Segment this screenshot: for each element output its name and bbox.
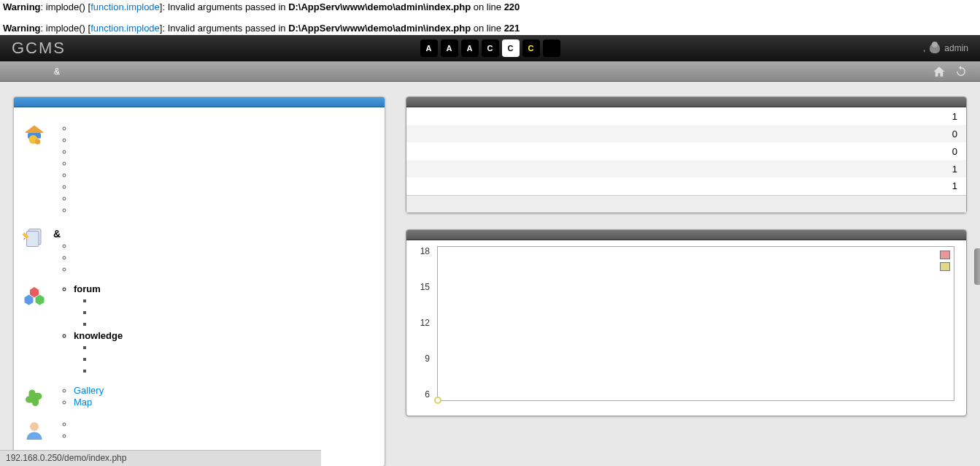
widgets-menu: Gallery Map [74,384,104,408]
sidebar-item-forum[interactable]: forum [74,283,123,294]
chart-legend [940,251,950,274]
home-section-icon [21,122,47,148]
func-link[interactable]: function.implode [90,1,160,12]
toolbar-extra[interactable] [543,39,560,57]
chart-area: 18 15 12 9 6 [406,240,966,416]
scrollbar-thumb[interactable] [974,248,980,285]
user-label[interactable]: admin [944,43,968,53]
table-row: 1 [406,160,966,177]
pages-label: & [53,228,74,240]
chart-panel: 18 15 12 9 6 [406,229,967,416]
table-row: 1 [406,107,966,125]
status-bar: 192.168.0.250/demo/index.php [0,450,321,466]
refresh-icon[interactable] [954,65,968,78]
sidebar-panel: & forum [13,96,385,466]
stat-value: 1 [922,177,966,195]
list-item[interactable] [94,295,123,306]
user-icon [930,43,940,53]
stat-label [406,160,922,177]
stat-label [406,107,922,125]
sidebar-item-knowledge[interactable]: knowledge [74,330,123,341]
breadcrumb: & [54,66,60,77]
modules-section-icon [21,283,47,309]
topbar: GCMS A A A C C C , admin [0,35,980,61]
widgets-section-icon [21,384,47,410]
breadcrumb-bar: & [0,61,980,82]
func-link[interactable]: function.implode [90,23,160,34]
modules-menu: forum knowledge [74,283,123,377]
table-row: 1 [406,177,966,195]
y-tick: 9 [415,354,430,364]
legend-swatch-1 [940,251,950,259]
user-sep: , [923,43,925,53]
app-logo[interactable]: GCMS [12,39,66,58]
list-item[interactable] [94,354,123,364]
list-item[interactable] [94,307,123,318]
svg-rect-4 [27,232,39,247]
plot-area [437,246,954,401]
font-size-a2[interactable]: A [441,39,458,57]
pages-section-icon [21,224,47,250]
stat-label [406,177,922,195]
list-item[interactable] [94,342,123,353]
chart-panel-header [406,230,966,240]
font-size-a1[interactable]: A [420,39,438,57]
php-warning-2: Warning: implode() [function.implode]: I… [0,21,980,35]
stat-label [406,142,922,160]
sidebar-panel-header [14,97,385,107]
user-area: , admin [923,43,968,53]
stats-panel-header [406,97,966,107]
list-item[interactable] [94,365,123,376]
stats-table: 1 0 0 1 1 [406,107,966,213]
accessibility-toolbar: A A A C C C [420,39,560,57]
y-tick: 18 [415,246,430,256]
stat-value: 0 [922,125,966,142]
svg-point-2 [35,139,41,145]
contrast-c2[interactable]: C [502,39,520,57]
data-point [434,397,441,404]
php-warning-1: Warning: implode() [function.implode]: I… [0,0,980,14]
y-tick: 15 [415,282,430,292]
y-tick: 6 [415,389,430,400]
y-axis: 18 15 12 9 6 [415,246,430,407]
font-size-a3[interactable]: A [461,39,479,57]
stat-label [406,125,922,142]
stat-value: 1 [922,107,966,125]
warn-label: Warning [3,1,41,12]
svg-point-5 [30,422,39,431]
table-row: 0 [406,142,966,160]
list-item[interactable] [94,318,123,329]
contrast-c1[interactable]: C [482,39,499,57]
contrast-c3[interactable]: C [522,39,540,57]
y-tick: 12 [415,318,430,328]
table-row: 0 [406,125,966,142]
sidebar-item-gallery[interactable]: Gallery [74,385,104,396]
stats-panel: 1 0 0 1 1 [406,96,967,213]
home-icon[interactable] [932,65,946,78]
users-section-icon [21,418,47,444]
legend-swatch-2 [940,262,950,271]
table-row [406,195,966,213]
stat-value: 0 [922,142,966,160]
stat-value: 1 [922,160,966,177]
sidebar-item-map[interactable]: Map [74,397,104,408]
warn-label: Warning [3,23,41,34]
